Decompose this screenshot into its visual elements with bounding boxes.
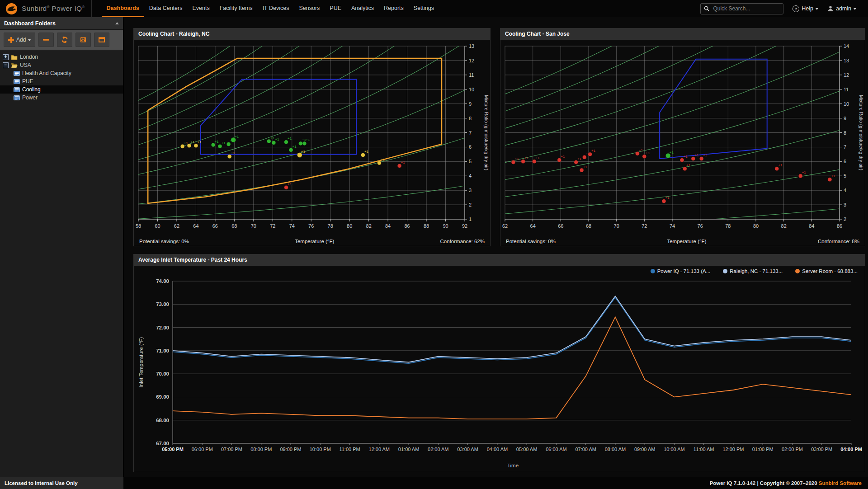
svg-text:7: 7	[469, 130, 472, 136]
expand-node-icon[interactable]: +	[3, 54, 9, 60]
help-label: Help	[802, 5, 813, 12]
nav-item-settings[interactable]: Settings	[409, 0, 439, 17]
svg-text:4: 4	[844, 188, 846, 193]
chevron-down-icon	[28, 39, 31, 41]
svg-text:4: 4	[469, 173, 472, 179]
legend-item[interactable]: Power IQ - 71.133 (A...	[651, 268, 711, 274]
help-menu[interactable]: ? Help	[793, 5, 818, 12]
svg-text:10: 10	[469, 87, 474, 92]
svg-text:+1: +1	[231, 151, 236, 155]
dashboard-icon	[14, 71, 20, 76]
svg-text:12:00 PM: 12:00 PM	[722, 447, 744, 452]
chevron-down-icon	[816, 8, 818, 10]
x-axis-title: Temperature (°F)	[667, 239, 706, 244]
svg-text:04:00 PM: 04:00 PM	[840, 447, 862, 452]
svg-text:+1: +1	[222, 141, 226, 145]
nav-item-events[interactable]: Events	[187, 0, 214, 17]
tree-item-usa[interactable]: −USA	[0, 61, 123, 69]
svg-text:+1: +1	[381, 158, 385, 162]
add-button[interactable]: Add	[4, 33, 35, 47]
svg-text:13: 13	[469, 43, 474, 49]
tree-item-cooling[interactable]: Cooling	[0, 85, 123, 94]
svg-text:76: 76	[308, 223, 314, 229]
potential-savings-label: Potential savings: 0%	[139, 239, 189, 244]
svg-text:86: 86	[404, 223, 410, 229]
svg-text:+1: +1	[191, 140, 195, 144]
nav-item-analytics[interactable]: Analytics	[346, 0, 379, 17]
user-menu[interactable]: admin	[827, 5, 856, 12]
nav-item-sensors[interactable]: Sensors	[294, 0, 325, 17]
brand: Sunbird® Power IQ®	[0, 3, 85, 15]
tree-item-label: PUE	[22, 78, 33, 85]
nav-item-reports[interactable]: Reports	[379, 0, 409, 17]
nav-item-pue[interactable]: PUE	[325, 0, 346, 17]
nav-item-dashboards[interactable]: Dashboards	[102, 0, 144, 17]
svg-text:+1: +1	[577, 157, 582, 161]
svg-text:66: 66	[558, 223, 563, 229]
svg-text:+1: +1	[694, 153, 699, 157]
nav-item-it-devices[interactable]: IT Devices	[258, 0, 294, 17]
window-icon	[98, 36, 105, 43]
svg-text:12: 12	[844, 72, 849, 78]
tree-item-pue[interactable]: PUE	[0, 77, 123, 85]
svg-text:74.00: 74.00	[156, 278, 169, 284]
sidebar-toolbar: Add	[0, 30, 123, 50]
svg-text:74: 74	[289, 223, 295, 229]
svg-text:68: 68	[231, 223, 237, 229]
folder-icon	[11, 54, 18, 60]
legend-item[interactable]: Server Room - 68.883...	[795, 268, 858, 274]
remove-button[interactable]	[38, 33, 54, 47]
divider	[91, 0, 92, 17]
tree-item-power[interactable]: Power	[0, 94, 123, 102]
collapse-node-icon[interactable]: −	[3, 62, 9, 68]
version-text: Power IQ 7.1.0-142 | Copyright © 2007–20…	[123, 477, 868, 489]
legend-swatch	[795, 269, 800, 273]
svg-text:+1: +1	[831, 174, 835, 178]
potential-savings-label: Potential savings: 0%	[506, 239, 556, 244]
main-nav: DashboardsData CentersEventsFacility Ite…	[102, 0, 439, 17]
license-text: Licensed to Internal Use Only	[0, 477, 123, 489]
panel-header[interactable]: Average Inlet Temperature - Past 24 Hour…	[134, 254, 865, 266]
refresh-button[interactable]	[57, 33, 72, 47]
nav-item-data-centers[interactable]: Data Centers	[144, 0, 188, 17]
window-button[interactable]	[94, 33, 109, 47]
chevron-down-icon	[854, 8, 856, 10]
dashboard-icon	[14, 79, 20, 84]
sunbird-software-link[interactable]: Sunbird Software	[819, 480, 862, 486]
user-icon	[827, 5, 834, 12]
main-content: Cooling Chart - Raleigh, NC 586062646668…	[124, 17, 868, 477]
chart-footer: Potential savings: 0% Temperature (°F) C…	[134, 236, 490, 246]
svg-text:+1: +1	[401, 160, 406, 165]
svg-text:+1: +1	[292, 145, 297, 149]
sidebar-header: Dashboard Folders	[0, 17, 123, 30]
dashboard-icon	[14, 95, 20, 100]
svg-text:+1: +1	[306, 138, 310, 142]
legend-item[interactable]: Raleigh, NC - 71.133...	[723, 268, 783, 274]
svg-text:80: 80	[347, 223, 352, 229]
panel-header[interactable]: Cooling Chart - San Jose	[500, 28, 865, 40]
sunbird-logo-icon	[5, 3, 18, 15]
svg-text:92: 92	[462, 223, 467, 229]
power-iq-app: Sunbird® Power IQ® DashboardsData Center…	[0, 0, 868, 489]
tree-item-health-and-capacity[interactable]: Health And Capacity	[0, 69, 123, 77]
conformance-label: Conformance: 8%	[818, 239, 859, 244]
svg-text:90: 90	[443, 223, 448, 229]
tree-item-london[interactable]: +London	[0, 53, 123, 61]
slideshow-button[interactable]	[75, 33, 91, 47]
collapse-panel-icon[interactable]	[115, 22, 119, 24]
svg-text:14: 14	[844, 43, 849, 49]
svg-text:3: 3	[844, 202, 846, 207]
svg-text:07:00 PM: 07:00 PM	[221, 447, 242, 452]
svg-text:11: 11	[844, 87, 849, 92]
search-input[interactable]	[712, 5, 780, 12]
panel-header[interactable]: Cooling Chart - Raleigh, NC	[134, 28, 490, 40]
svg-text:10:00 AM: 10:00 AM	[664, 447, 684, 452]
svg-text:06:00 AM: 06:00 AM	[546, 447, 566, 452]
svg-text:82: 82	[366, 223, 372, 229]
svg-text:64: 64	[193, 223, 198, 229]
svg-text:Mixture Ratio (g moisture/kg d: Mixture Ratio (g moisture/kg dry air)	[484, 95, 489, 170]
svg-text:70.00: 70.00	[156, 371, 169, 376]
svg-text:10: 10	[844, 101, 849, 107]
nav-item-facility-items[interactable]: Facility Items	[215, 0, 258, 17]
svg-text:88: 88	[424, 223, 429, 229]
